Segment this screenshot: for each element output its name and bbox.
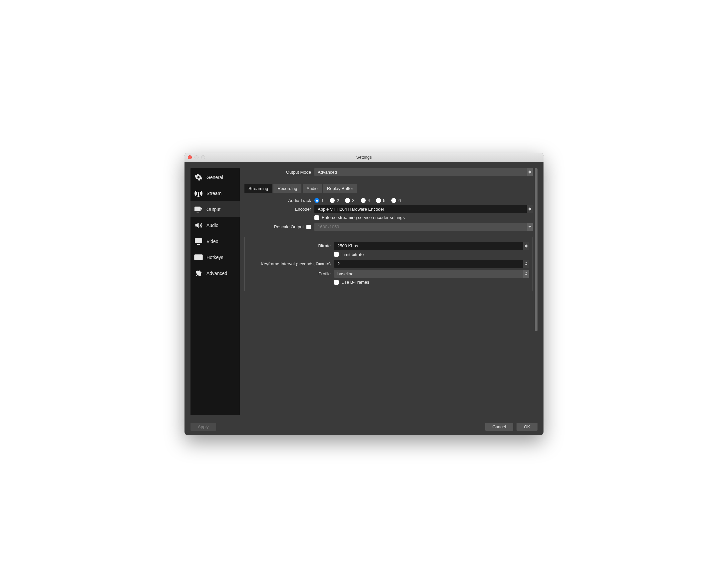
cancel-button[interactable]: Cancel	[485, 423, 513, 430]
antenna-icon	[194, 189, 203, 197]
limit-bitrate-checkbox[interactable]: Limit bitrate	[334, 252, 364, 257]
settings-sidebar: General Stream Output Audio	[191, 168, 240, 415]
updown-icon	[527, 168, 533, 176]
sidebar-item-video[interactable]: Video	[191, 233, 240, 249]
sidebar-item-general[interactable]: General	[191, 169, 240, 185]
output-mode-select[interactable]: Advanced	[314, 168, 533, 176]
bframes-label: Use B-Frames	[341, 280, 369, 285]
output-mode-value: Advanced	[318, 170, 337, 175]
keyframe-input[interactable]: 2	[334, 260, 529, 268]
vertical-scrollbar[interactable]	[535, 168, 537, 331]
bitrate-label: Bitrate	[248, 243, 331, 248]
profile-label: Profile	[248, 271, 331, 276]
audio-track-3[interactable]: 3	[345, 198, 354, 203]
rescale-output-checkbox[interactable]	[306, 225, 311, 229]
svg-rect-2	[195, 239, 202, 243]
sidebar-item-stream[interactable]: Stream	[191, 185, 240, 201]
keyboard-icon	[194, 253, 203, 261]
sidebar-item-audio[interactable]: Audio	[191, 217, 240, 233]
audio-track-label: Audio Track	[244, 198, 311, 203]
bitrate-input[interactable]: 2500 Kbps	[334, 242, 529, 250]
audio-track-6[interactable]: 6	[391, 198, 401, 203]
ok-button[interactable]: OK	[516, 423, 537, 430]
profile-select[interactable]: baseline	[334, 270, 529, 278]
audio-track-4[interactable]: 4	[361, 198, 370, 203]
audio-track-5[interactable]: 5	[376, 198, 385, 203]
tab-audio[interactable]: Audio	[303, 184, 322, 193]
audio-track-2[interactable]: 2	[330, 198, 339, 203]
bframes-checkbox[interactable]: Use B-Frames	[334, 280, 369, 285]
encoder-select[interactable]: Apple VT H264 Hardware Encoder	[314, 205, 533, 213]
sidebar-item-label: Output	[206, 207, 220, 212]
profile-value: baseline	[337, 271, 353, 276]
spinner-icon[interactable]	[523, 260, 529, 268]
monitor-icon	[194, 237, 203, 245]
sidebar-item-label: Video	[206, 239, 218, 244]
encoder-value: Apple VT H264 Hardware Encoder	[318, 207, 384, 212]
output-icon	[194, 205, 203, 213]
output-tabs: Streaming Recording Audio Replay Buffer	[244, 184, 533, 193]
limit-bitrate-label: Limit bitrate	[341, 252, 364, 257]
rescale-output-select[interactable]: 1680x1050	[314, 223, 533, 231]
gear-icon	[194, 173, 203, 181]
sidebar-item-label: Advanced	[206, 271, 227, 276]
tab-replay-buffer[interactable]: Replay Buffer	[323, 184, 357, 193]
sidebar-item-label: Stream	[206, 191, 221, 196]
rescale-output-value: 1680x1050	[318, 224, 339, 229]
settings-main: Output Mode Advanced Streaming Recording…	[244, 168, 537, 415]
sidebar-item-advanced[interactable]: Advanced	[191, 265, 240, 281]
audio-track-1[interactable]: 1	[314, 198, 324, 203]
chevron-down-icon	[527, 223, 533, 231]
window-title: Settings	[184, 155, 544, 160]
tools-icon	[194, 269, 203, 277]
dialog-footer: Apply Cancel OK	[184, 419, 544, 435]
sidebar-item-label: Audio	[206, 223, 218, 228]
encoder-label: Encoder	[244, 207, 311, 212]
bitrate-value: 2500 Kbps	[337, 243, 358, 248]
sidebar-item-output[interactable]: Output	[191, 201, 240, 217]
encoder-settings-group: Bitrate 2500 Kbps	[244, 237, 533, 291]
sidebar-item-label: General	[206, 175, 223, 180]
keyframe-label: Keyframe Interval (seconds, 0=auto)	[248, 261, 331, 266]
output-mode-label: Output Mode	[244, 170, 311, 175]
sidebar-item-label: Hotkeys	[206, 255, 223, 260]
spinner-icon[interactable]	[523, 242, 529, 250]
speaker-icon	[194, 221, 203, 229]
apply-button[interactable]: Apply	[191, 423, 216, 430]
tab-streaming[interactable]: Streaming	[244, 184, 272, 193]
updown-icon	[527, 205, 533, 213]
rescale-output-label: Rescale Output	[274, 224, 304, 229]
updown-icon	[523, 270, 529, 278]
enforce-encoder-checkbox[interactable]: Enforce streaming service encoder settin…	[314, 215, 405, 220]
settings-window: Settings General Stream Output	[184, 153, 544, 435]
sidebar-item-hotkeys[interactable]: Hotkeys	[191, 249, 240, 265]
audio-track-radios: 1 2 3 4 5 6	[314, 198, 533, 203]
tab-recording[interactable]: Recording	[273, 184, 301, 193]
keyframe-value: 2	[337, 261, 340, 266]
enforce-encoder-label: Enforce streaming service encoder settin…	[322, 215, 405, 220]
titlebar: Settings	[184, 153, 544, 162]
